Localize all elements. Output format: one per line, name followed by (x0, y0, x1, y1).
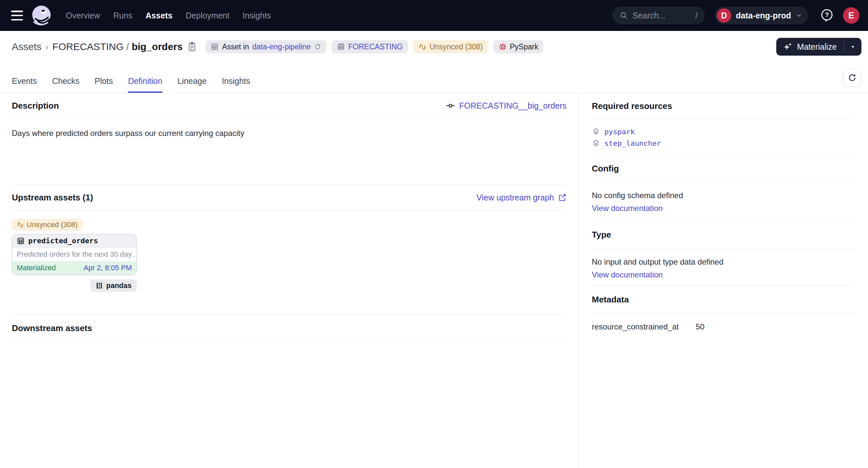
badge-asset-in-label: Asset in (222, 42, 249, 51)
required-resources-header: Required resources (592, 93, 855, 119)
search-input[interactable] (632, 11, 691, 21)
materialize-label: Materialize (797, 42, 837, 52)
type-header: Type (592, 221, 855, 248)
pipeline-link[interactable]: data-eng-pipeline (252, 42, 311, 51)
view-upstream-graph-link[interactable]: View upstream graph (476, 193, 566, 202)
downstream-title: Downstream assets (12, 323, 92, 333)
group-grid-icon (337, 43, 345, 51)
tab-checks[interactable]: Checks (52, 76, 79, 93)
sparkle-icon (783, 42, 793, 51)
nav-item-runs[interactable]: Runs (113, 11, 132, 21)
external-link-icon (558, 193, 566, 202)
metadata-key: resource_constrained_at (592, 322, 696, 331)
badge-unsynced-label: Unsynced (308) (429, 42, 483, 51)
hamburger-menu-icon[interactable] (11, 10, 23, 21)
nav-item-assets[interactable]: Assets (146, 11, 173, 21)
badge-group-forecasting[interactable]: FORECASTING (332, 40, 408, 53)
required-resources-title: Required resources (592, 101, 672, 111)
upstream-title: Upstream assets (1) (12, 193, 93, 203)
type-message: No input and output type data defined (592, 256, 855, 268)
refresh-button[interactable] (843, 68, 861, 87)
nav-item-overview[interactable]: Overview (66, 11, 100, 21)
definition-content: Description FORECASTING__big_orders Days… (0, 93, 868, 468)
resource-name: pyspark (604, 128, 635, 136)
breadcrumb-separator: › (41, 42, 52, 52)
asset-grid-icon (17, 237, 25, 245)
description-title: Description (12, 101, 59, 111)
svg-text:?: ? (825, 11, 829, 19)
asset-card-header: predicted_orders (12, 234, 136, 247)
deployment-switcher[interactable]: D data-eng-prod (715, 7, 808, 24)
search-icon (619, 11, 628, 20)
deployment-name: data-eng-prod (736, 11, 791, 21)
sync-alert-icon (418, 43, 426, 51)
materialize-dropdown-button[interactable] (844, 38, 861, 56)
job-icon (446, 101, 455, 110)
job-link-label: FORECASTING__big_orders (459, 101, 566, 111)
tab-lineage[interactable]: Lineage (178, 76, 207, 93)
upstream-unsynced-label: Unsynced (308) (27, 221, 78, 229)
nav-item-deployment[interactable]: Deployment (186, 11, 229, 21)
deployment-initial-badge: D (717, 8, 731, 23)
breadcrumb-assets-link[interactable]: Assets (12, 41, 41, 52)
definition-main-panel: Description FORECASTING__big_orders Days… (0, 93, 579, 468)
tab-events[interactable]: Events (12, 76, 37, 93)
metadata-header: Metadata (592, 285, 855, 314)
upstream-section-header: Upstream assets (1) View upstream graph (12, 184, 566, 211)
pandas-icon (96, 282, 103, 290)
asset-card-status: Materialized (17, 264, 56, 272)
metadata-title: Metadata (592, 295, 629, 305)
badge-compute-label: PySpark (510, 42, 538, 51)
breadcrumb-slash: / (124, 41, 131, 52)
page-title-asset-name: big_orders (131, 41, 183, 52)
asset-card-footer: Materialized Apr 2, 8:05 PM (12, 261, 136, 274)
resource-name: step_launcher (604, 139, 661, 147)
config-header: Config (592, 155, 855, 182)
asset-card-timestamp[interactable]: Apr 2, 8:05 PM (84, 264, 132, 272)
config-view-documentation-link[interactable]: View documentation (592, 204, 855, 213)
asset-card-name: predicted_orders (28, 237, 98, 245)
breadcrumb: Assets › FORECASTING / big_orders (12, 41, 183, 52)
primary-nav: Overview Runs Assets Deployment Insights (66, 11, 271, 21)
resources-list: pyspark step_launcher (592, 119, 855, 148)
description-text: Days where predicted orders surpass our … (12, 128, 566, 139)
spark-icon (499, 43, 507, 51)
job-link[interactable]: FORECASTING__big_orders (446, 101, 566, 111)
pandas-tag-label: pandas (106, 282, 131, 290)
copy-description-icon[interactable] (187, 41, 197, 52)
tab-definition[interactable]: Definition (128, 76, 162, 93)
resource-item-pyspark[interactable]: pyspark (592, 126, 855, 137)
caret-down-icon (849, 43, 857, 50)
metadata-value: 50 (696, 322, 705, 331)
asset-badges: Asset in data-eng-pipeline FORECASTING (206, 40, 544, 53)
nav-item-insights[interactable]: Insights (243, 11, 271, 21)
search-shortcut-hint: / (695, 11, 698, 21)
top-navigation-bar: Overview Runs Assets Deployment Insights… (0, 0, 868, 31)
materialize-button[interactable]: Materialize (776, 38, 844, 56)
upstream-unsynced-badge[interactable]: Unsynced (308) (12, 219, 83, 231)
tab-plots[interactable]: Plots (95, 76, 113, 93)
badge-asset-in-pipeline[interactable]: Asset in data-eng-pipeline (206, 40, 327, 53)
breadcrumb-group: FORECASTING (52, 41, 124, 52)
dagster-logo[interactable] (32, 5, 51, 26)
config-message: No config schema defined (592, 190, 855, 201)
type-title: Type (592, 230, 611, 240)
badge-compute-pyspark[interactable]: PySpark (494, 40, 544, 53)
user-avatar[interactable]: E (843, 7, 860, 24)
materialize-split-button: Materialize (776, 38, 861, 56)
config-title: Config (592, 164, 619, 174)
pandas-tag[interactable]: pandas (90, 280, 137, 292)
sync-alert-icon (17, 222, 24, 228)
tab-insights[interactable]: Insights (222, 76, 250, 93)
view-upstream-graph-label: View upstream graph (476, 193, 554, 202)
asset-header-row: Assets › FORECASTING / big_orders Asset … (0, 31, 868, 62)
resource-layers-icon (592, 139, 600, 147)
asset-card-description: Predicted orders for the next 30 day... (12, 247, 136, 261)
upstream-asset-card[interactable]: predicted_orders Predicted orders for th… (12, 234, 137, 275)
search-box[interactable]: / (612, 7, 705, 24)
badge-unsynced[interactable]: Unsynced (308) (413, 40, 488, 53)
metadata-row: resource_constrained_at 50 (592, 322, 855, 331)
help-icon[interactable]: ? (820, 8, 834, 23)
resource-item-step-launcher[interactable]: step_launcher (592, 138, 855, 148)
type-view-documentation-link[interactable]: View documentation (592, 270, 855, 280)
